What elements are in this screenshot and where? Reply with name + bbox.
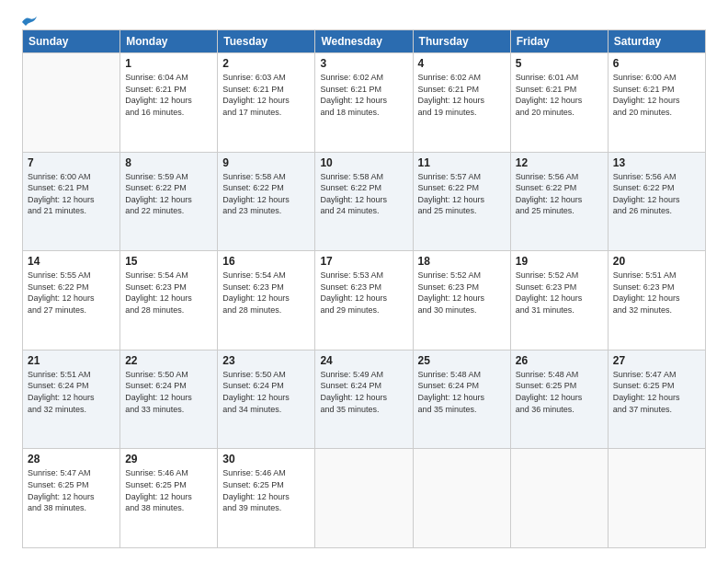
- calendar-cell: 8Sunrise: 5:59 AMSunset: 6:22 PMDaylight…: [120, 152, 218, 251]
- calendar-cell: 3Sunrise: 6:02 AMSunset: 6:21 PMDaylight…: [315, 53, 413, 153]
- calendar-cell: 16Sunrise: 5:54 AMSunset: 6:23 PMDayligh…: [218, 251, 315, 350]
- calendar-cell: 15Sunrise: 5:54 AMSunset: 6:23 PMDayligh…: [120, 251, 218, 350]
- cell-info: Sunrise: 5:54 AMSunset: 6:23 PMDaylight:…: [222, 270, 310, 316]
- calendar-cell: 7Sunrise: 6:00 AMSunset: 6:21 PMDaylight…: [23, 152, 120, 251]
- cell-date-number: 10: [320, 156, 407, 169]
- calendar-header-row: SundayMondayTuesdayWednesdayThursdayFrid…: [23, 30, 706, 53]
- cell-date-number: 1: [125, 57, 212, 70]
- calendar-cell: 19Sunrise: 5:52 AMSunset: 6:23 PMDayligh…: [510, 251, 608, 350]
- cell-date-number: 12: [516, 156, 603, 169]
- calendar-cell: 10Sunrise: 5:58 AMSunset: 6:22 PMDayligh…: [315, 152, 413, 251]
- calendar-cell: 22Sunrise: 5:50 AMSunset: 6:24 PMDayligh…: [120, 350, 218, 449]
- cell-date-number: 25: [418, 354, 506, 367]
- cell-info: Sunrise: 5:59 AMSunset: 6:22 PMDaylight:…: [125, 171, 212, 217]
- cell-info: Sunrise: 5:56 AMSunset: 6:22 PMDaylight:…: [516, 171, 603, 217]
- cell-date-number: 19: [516, 255, 603, 268]
- day-header-friday: Friday: [510, 30, 608, 53]
- cell-info: Sunrise: 5:52 AMSunset: 6:23 PMDaylight:…: [516, 270, 603, 316]
- cell-date-number: 9: [222, 156, 310, 169]
- calendar-cell: 26Sunrise: 5:48 AMSunset: 6:25 PMDayligh…: [510, 350, 608, 449]
- cell-date-number: 11: [418, 156, 506, 169]
- cell-info: Sunrise: 5:46 AMSunset: 6:25 PMDaylight:…: [222, 467, 310, 513]
- cell-date-number: 18: [418, 255, 506, 268]
- day-header-monday: Monday: [120, 30, 218, 53]
- calendar-cell: 18Sunrise: 5:52 AMSunset: 6:23 PMDayligh…: [413, 251, 510, 350]
- cell-info: Sunrise: 5:46 AMSunset: 6:25 PMDaylight:…: [125, 467, 212, 513]
- calendar-cell: 30Sunrise: 5:46 AMSunset: 6:25 PMDayligh…: [218, 449, 315, 548]
- cell-date-number: 22: [125, 354, 212, 367]
- calendar-week-row: 21Sunrise: 5:51 AMSunset: 6:24 PMDayligh…: [23, 350, 706, 449]
- cell-date-number: 20: [613, 255, 700, 268]
- cell-date-number: 13: [613, 156, 700, 169]
- cell-date-number: 6: [613, 57, 700, 70]
- calendar-week-row: 1Sunrise: 6:04 AMSunset: 6:21 PMDaylight…: [23, 53, 706, 153]
- day-header-tuesday: Tuesday: [218, 30, 315, 53]
- calendar-cell: [510, 449, 608, 548]
- calendar-week-row: 14Sunrise: 5:55 AMSunset: 6:22 PMDayligh…: [23, 251, 706, 350]
- cell-info: Sunrise: 6:00 AMSunset: 6:21 PMDaylight:…: [613, 72, 700, 118]
- cell-date-number: 15: [125, 255, 212, 268]
- cell-info: Sunrise: 5:52 AMSunset: 6:23 PMDaylight:…: [418, 270, 506, 316]
- calendar-week-row: 28Sunrise: 5:47 AMSunset: 6:25 PMDayligh…: [23, 449, 706, 548]
- cell-info: Sunrise: 5:47 AMSunset: 6:25 PMDaylight:…: [613, 369, 700, 415]
- cell-date-number: 7: [28, 156, 115, 169]
- cell-date-number: 21: [28, 354, 115, 367]
- calendar-cell: 14Sunrise: 5:55 AMSunset: 6:22 PMDayligh…: [23, 251, 120, 350]
- cell-date-number: 3: [320, 57, 407, 70]
- cell-info: Sunrise: 5:50 AMSunset: 6:24 PMDaylight:…: [125, 369, 212, 415]
- cell-date-number: 4: [418, 57, 506, 70]
- cell-info: Sunrise: 5:50 AMSunset: 6:24 PMDaylight:…: [222, 369, 310, 415]
- calendar-cell: [608, 449, 705, 548]
- cell-date-number: 24: [320, 354, 407, 367]
- logo-bird-icon: [20, 15, 39, 29]
- calendar-cell: 23Sunrise: 5:50 AMSunset: 6:24 PMDayligh…: [218, 350, 315, 449]
- calendar-cell: 12Sunrise: 5:56 AMSunset: 6:22 PMDayligh…: [510, 152, 608, 251]
- cell-info: Sunrise: 5:58 AMSunset: 6:22 PMDaylight:…: [320, 171, 407, 217]
- cell-info: Sunrise: 5:57 AMSunset: 6:22 PMDaylight:…: [418, 171, 506, 217]
- calendar-cell: 13Sunrise: 5:56 AMSunset: 6:22 PMDayligh…: [608, 152, 705, 251]
- cell-info: Sunrise: 5:49 AMSunset: 6:24 PMDaylight:…: [320, 369, 407, 415]
- cell-date-number: 27: [613, 354, 700, 367]
- calendar-cell: 11Sunrise: 5:57 AMSunset: 6:22 PMDayligh…: [413, 152, 510, 251]
- cell-date-number: 23: [222, 354, 310, 367]
- cell-date-number: 2: [222, 57, 310, 70]
- calendar-cell: 27Sunrise: 5:47 AMSunset: 6:25 PMDayligh…: [608, 350, 705, 449]
- cell-info: Sunrise: 5:51 AMSunset: 6:23 PMDaylight:…: [613, 270, 700, 316]
- cell-info: Sunrise: 6:04 AMSunset: 6:21 PMDaylight:…: [125, 72, 212, 118]
- calendar-cell: 17Sunrise: 5:53 AMSunset: 6:23 PMDayligh…: [315, 251, 413, 350]
- cell-info: Sunrise: 5:54 AMSunset: 6:23 PMDaylight:…: [125, 270, 212, 316]
- cell-date-number: 30: [222, 453, 310, 465]
- cell-info: Sunrise: 5:51 AMSunset: 6:24 PMDaylight:…: [28, 369, 115, 415]
- cell-info: Sunrise: 6:02 AMSunset: 6:21 PMDaylight:…: [320, 72, 407, 118]
- calendar-week-row: 7Sunrise: 6:00 AMSunset: 6:21 PMDaylight…: [23, 152, 706, 251]
- day-header-thursday: Thursday: [413, 30, 510, 53]
- cell-info: Sunrise: 6:01 AMSunset: 6:21 PMDaylight:…: [516, 72, 603, 118]
- day-header-saturday: Saturday: [608, 30, 705, 53]
- calendar-cell: 2Sunrise: 6:03 AMSunset: 6:21 PMDaylight…: [218, 53, 315, 153]
- calendar-cell: 9Sunrise: 5:58 AMSunset: 6:22 PMDaylight…: [218, 152, 315, 251]
- cell-date-number: 17: [320, 255, 407, 268]
- cell-date-number: 29: [125, 453, 212, 465]
- calendar-cell: 4Sunrise: 6:02 AMSunset: 6:21 PMDaylight…: [413, 53, 510, 153]
- cell-info: Sunrise: 5:55 AMSunset: 6:22 PMDaylight:…: [28, 270, 115, 316]
- calendar-cell: 20Sunrise: 5:51 AMSunset: 6:23 PMDayligh…: [608, 251, 705, 350]
- cell-date-number: 14: [28, 255, 115, 268]
- calendar-cell: 24Sunrise: 5:49 AMSunset: 6:24 PMDayligh…: [315, 350, 413, 449]
- cell-info: Sunrise: 6:00 AMSunset: 6:21 PMDaylight:…: [28, 171, 115, 217]
- calendar-table: SundayMondayTuesdayWednesdayThursdayFrid…: [22, 29, 706, 548]
- day-header-sunday: Sunday: [23, 30, 120, 53]
- calendar-cell: 21Sunrise: 5:51 AMSunset: 6:24 PMDayligh…: [23, 350, 120, 449]
- cell-date-number: 26: [516, 354, 603, 367]
- cell-info: Sunrise: 5:47 AMSunset: 6:25 PMDaylight:…: [28, 467, 115, 513]
- calendar-cell: 6Sunrise: 6:00 AMSunset: 6:21 PMDaylight…: [608, 53, 705, 153]
- calendar-cell: [413, 449, 510, 548]
- cell-date-number: 16: [222, 255, 310, 268]
- calendar-cell: [315, 449, 413, 548]
- calendar-cell: [23, 53, 120, 153]
- day-header-wednesday: Wednesday: [315, 30, 413, 53]
- cell-date-number: 5: [516, 57, 603, 70]
- cell-info: Sunrise: 6:03 AMSunset: 6:21 PMDaylight:…: [222, 72, 310, 118]
- calendar-cell: 28Sunrise: 5:47 AMSunset: 6:25 PMDayligh…: [23, 449, 120, 548]
- calendar-cell: 25Sunrise: 5:48 AMSunset: 6:24 PMDayligh…: [413, 350, 510, 449]
- calendar-cell: 5Sunrise: 6:01 AMSunset: 6:21 PMDaylight…: [510, 53, 608, 153]
